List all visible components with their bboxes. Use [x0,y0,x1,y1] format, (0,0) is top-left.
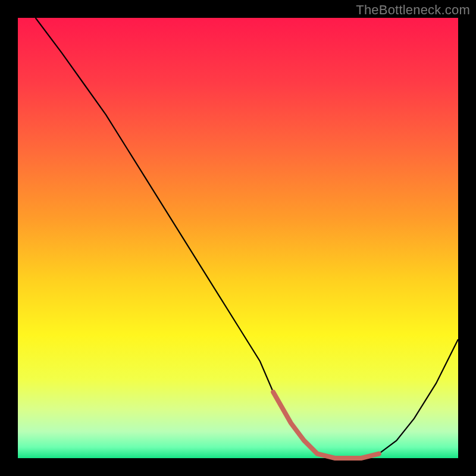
bottleneck-chart [0,0,476,476]
attribution-text: TheBottleneck.com [356,2,470,18]
chart-stage: TheBottleneck.com [0,0,476,476]
